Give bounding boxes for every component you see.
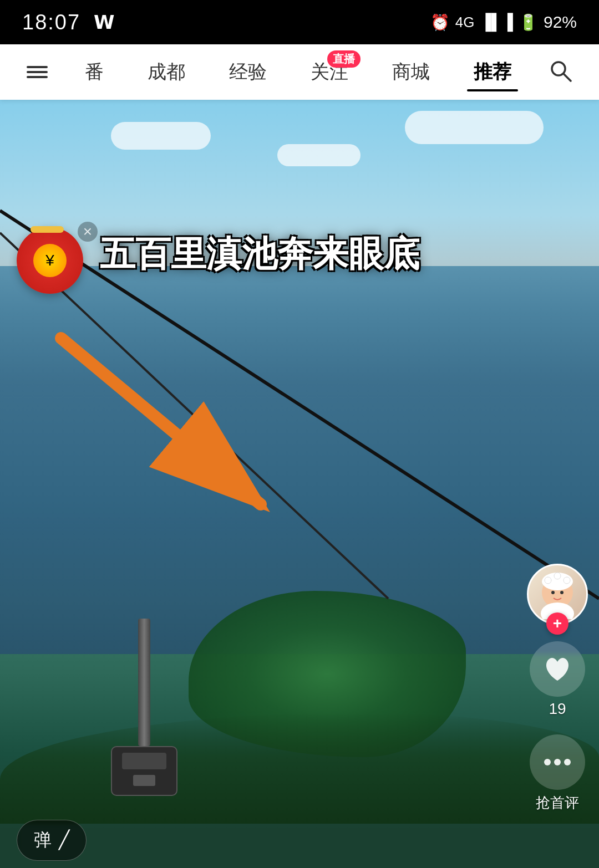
direction-arrow bbox=[17, 294, 322, 543]
nav-item-guanzhu[interactable]: 关注 直播 bbox=[304, 55, 355, 89]
wechat-icon: 𝗪 bbox=[94, 11, 115, 33]
search-icon[interactable] bbox=[549, 59, 573, 85]
signal-bars: ▐▌▐ bbox=[480, 13, 513, 31]
video-content[interactable]: ¥ × 五百里滇池奔来眼底 bbox=[0, 100, 599, 868]
comment-dots bbox=[544, 759, 571, 765]
video-title: 五百里滇池奔来眼底 bbox=[100, 233, 544, 275]
like-button[interactable]: 19 bbox=[530, 641, 585, 718]
bottom-bar: 弹 ╱ bbox=[0, 813, 599, 868]
live-badge: 直播 bbox=[327, 50, 361, 68]
status-bar: 18:07 𝗪 ⏰ 4G ▐▌▐ 🔋 92% bbox=[0, 0, 599, 44]
nav-item-chengdu[interactable]: 成都 bbox=[141, 55, 192, 89]
nav-item-shangcheng[interactable]: 商城 bbox=[385, 55, 436, 89]
svg-point-9 bbox=[551, 591, 555, 594]
hongbao-icon: ¥ bbox=[33, 244, 67, 277]
cloud-2 bbox=[405, 111, 544, 144]
status-icons: ⏰ 4G ▐▌▐ 🔋 92% bbox=[430, 13, 577, 32]
nav-bar: 番 成都 经验 关注 直播 商城 推荐 bbox=[0, 44, 599, 100]
svg-line-5 bbox=[61, 338, 261, 504]
comment-button[interactable]: 抢首评 bbox=[530, 734, 585, 813]
follow-button[interactable]: + bbox=[546, 612, 568, 635]
nav-item-fan[interactable]: 番 bbox=[78, 55, 110, 89]
comment-icon-container bbox=[530, 734, 585, 790]
svg-point-13 bbox=[564, 577, 570, 584]
like-count: 19 bbox=[549, 700, 566, 718]
bullet-icon: ╱ bbox=[59, 830, 69, 850]
like-icon-container bbox=[530, 641, 585, 697]
alarm-icon: ⏰ bbox=[430, 13, 450, 32]
svg-point-10 bbox=[560, 591, 564, 594]
avatar-container[interactable]: + bbox=[527, 564, 588, 625]
bullet-comment-button[interactable]: 弹 ╱ bbox=[17, 820, 87, 861]
cloud-3 bbox=[277, 144, 361, 166]
comment-label: 抢首评 bbox=[536, 793, 579, 813]
hongbao-decoration bbox=[31, 226, 64, 233]
hamburger-menu[interactable] bbox=[27, 66, 48, 78]
action-panel: + 19 抢首评 bbox=[527, 564, 588, 813]
status-time: 18:07 bbox=[22, 11, 80, 34]
battery-icon: 🔋 bbox=[519, 13, 538, 32]
svg-point-12 bbox=[554, 573, 561, 579]
svg-point-11 bbox=[545, 577, 551, 584]
cloud-1 bbox=[111, 122, 211, 150]
hongbao-close-button[interactable]: × bbox=[78, 222, 98, 242]
battery-percent: 92% bbox=[544, 13, 577, 32]
hongbao-button[interactable]: ¥ bbox=[17, 227, 83, 294]
nav-item-tuijian[interactable]: 推荐 bbox=[467, 55, 518, 89]
signal-icon: 4G bbox=[455, 14, 475, 31]
svg-line-1 bbox=[564, 74, 571, 81]
nav-item-jingyan[interactable]: 经验 bbox=[222, 55, 273, 89]
